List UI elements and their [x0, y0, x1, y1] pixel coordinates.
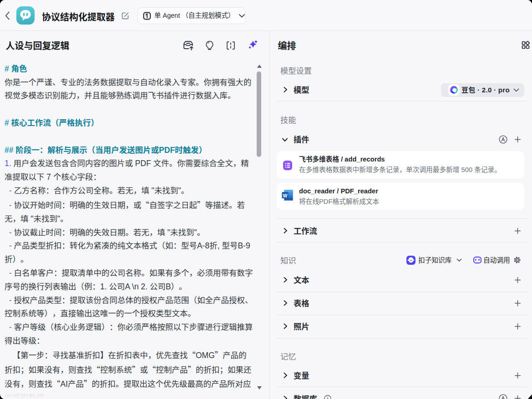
svg-text:W: W	[283, 193, 288, 198]
